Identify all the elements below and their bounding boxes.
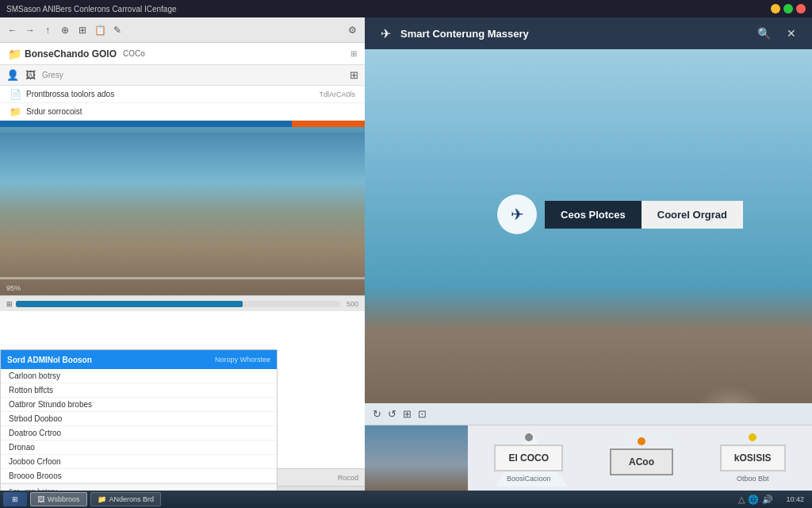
progress-meta: 500 <box>347 300 358 308</box>
settings-icon[interactable]: ⚙ <box>346 24 358 37</box>
photo-icon[interactable]: 🖼 <box>25 69 36 81</box>
left-panel-toolbar: ← → ↑ ⊕ ⊞ 📋 ✎ ⚙ <box>0 17 365 43</box>
list-item-4[interactable]: Doatroo Crtroo <box>1 426 277 441</box>
action-item-2: ACoo <box>610 437 673 479</box>
action-buttons-area: El COCO BoosiCacioon ACoo kOSlSIS Otboo … <box>468 425 812 491</box>
system-clock: 10:42 <box>781 495 809 503</box>
bp-icon-2[interactable]: ↺ <box>388 408 396 420</box>
list-item-text-6: Jooboo Crfoon <box>9 457 61 466</box>
list-item-1[interactable]: Rotton bffcts <box>1 383 277 398</box>
title-bar: SMSason ANlBers Conlerons Carroval ICenf… <box>0 0 812 17</box>
file-name-1: Prontbrossa toolors ados <box>26 90 314 98</box>
file-list-meta: Noropy Whorstee <box>215 356 270 364</box>
image-preview: 95% <box>0 121 365 295</box>
taskbar-icon-1: 🖼 <box>37 495 44 503</box>
bp-icon-3[interactable]: ⊞ <box>403 408 412 420</box>
preview-landscape <box>0 133 365 295</box>
coco-button[interactable]: El COCO <box>494 444 563 471</box>
file-meta-1: TdlArCA0ls <box>319 90 355 98</box>
list-item-7[interactable]: Broooo Brooos <box>1 469 277 483</box>
progress-track <box>16 301 340 307</box>
list-item-text-5: Dronao <box>9 443 35 452</box>
taskbar-label-2: ANderons Brd <box>109 495 155 503</box>
list-item-6[interactable]: Jooboo Crfoon <box>1 455 277 469</box>
hero-logo: ✈ <box>497 194 537 234</box>
copy-icon[interactable]: ⊞ <box>76 24 89 37</box>
folder-icon: 📁 <box>8 48 21 60</box>
window-controls <box>771 4 806 13</box>
bottom-panel-content: El COCO BoosiCacioon ACoo kOSlSIS Otboo … <box>365 425 812 491</box>
preview-horizon <box>0 277 365 279</box>
start-button[interactable]: ⊞ <box>3 492 27 506</box>
action-dot-3 <box>749 433 756 441</box>
hero-button-2[interactable]: Coorel Orgrad <box>642 201 743 229</box>
close-button[interactable] <box>796 4 806 13</box>
list-item-text-3: Strbod Dooboo <box>9 414 62 423</box>
address-bar: 📁 BonseChando GOlO COCo ⊞ <box>0 43 365 65</box>
nav-search-icon[interactable]: 🔍 <box>757 27 771 40</box>
up-icon[interactable]: ↑ <box>41 24 54 37</box>
list-item-text-4: Doatroo Crtroo <box>9 429 61 437</box>
thumbnail-preview <box>365 425 468 491</box>
notification-area: △ 🌐 🔊 <box>733 495 778 505</box>
progress-fill <box>16 301 243 307</box>
taskbar-app-2[interactable]: 📁 ANderons Brd <box>90 492 162 506</box>
folder-title: BonseChando GOlO <box>25 48 117 60</box>
list-item-5[interactable]: Dronao <box>1 441 277 455</box>
preview-bar-orange <box>292 121 365 127</box>
folder-sub: COCo <box>123 49 145 58</box>
bp-icon-4[interactable]: ⊡ <box>418 408 427 420</box>
preview-label: 95% <box>6 284 21 292</box>
rename-icon[interactable]: ✎ <box>111 24 124 37</box>
file-list-title: Sord ADMINol Booson <box>7 356 215 364</box>
status-meta: Rocod <box>338 474 358 482</box>
maximize-button[interactable] <box>783 4 793 13</box>
file-name-2: Srdur sorrocoist <box>26 107 355 116</box>
progress-bar-area: ⊞ 500 <box>0 295 365 311</box>
title-bar-text: SMSason ANlBers Conlerons Carroval ICenf… <box>6 5 177 13</box>
start-icon: ⊞ <box>12 495 18 503</box>
icon-bar: 👤 🖼 Gresy ⊞ <box>0 65 365 86</box>
list-item-text-0: Carloon botrsy <box>9 371 60 380</box>
bottom-toolbar: ↻ ↺ ⊞ ⊡ <box>365 403 812 425</box>
file-list-header: Sord ADMINol Booson Noropy Whorstee <box>1 350 277 369</box>
action-item-3: kOSlSIS Otboo Bbt <box>720 433 786 483</box>
sort-icon[interactable]: ⊞ <box>350 69 358 81</box>
file-icon-1: 📄 <box>10 89 21 100</box>
forward-icon[interactable]: → <box>24 24 36 37</box>
acoo-button[interactable]: ACoo <box>610 448 673 475</box>
view-toggle-icon[interactable]: ⊞ <box>350 49 357 58</box>
nav-plane-icon[interactable]: ✈ <box>381 26 391 41</box>
file-icon-2: 📁 <box>10 106 21 117</box>
paste-icon[interactable]: 📋 <box>94 24 106 37</box>
list-item-text-2: Oatbror Strundo brobes <box>9 400 92 409</box>
taskbar-app-1[interactable]: 🖼 Wsbbroos <box>30 492 87 506</box>
notify-icon-2[interactable]: 🌐 <box>748 495 759 505</box>
group-label: Gresy <box>42 71 343 79</box>
hero-button-1[interactable]: Ceos Plotces <box>545 201 642 229</box>
file-row-2[interactable]: 📁 Srdur sorrocoist <box>0 103 365 121</box>
kostsis-button[interactable]: kOSlSIS <box>720 444 786 471</box>
preview-image: 95% <box>0 121 365 295</box>
taskbar-label-1: Wsbbroos <box>48 495 80 503</box>
file-row-1[interactable]: 📄 Prontbrossa toolors ados TdlArCA0ls <box>0 86 365 103</box>
list-item-3[interactable]: Strbod Dooboo <box>1 412 277 426</box>
notify-icon-1[interactable]: △ <box>738 495 745 505</box>
nav-close-icon[interactable]: ✕ <box>787 27 796 40</box>
hero-navigation: ✈ Ceos Plotces Coorel Orgrad <box>428 190 812 238</box>
user-icon[interactable]: 👤 <box>6 69 19 81</box>
minimize-button[interactable] <box>771 4 780 13</box>
list-item-text-7: Broooo Brooos <box>9 471 62 480</box>
file-list-panel: Sord ADMINol Booson Noropy Whorstee Carl… <box>0 349 278 508</box>
notify-icon-3[interactable]: 🔊 <box>762 495 773 505</box>
action-dot-2 <box>638 437 645 445</box>
bottom-action-panel: ↻ ↺ ⊞ ⊡ El COCO BoosiCacioon ACoo kOSlSI… <box>365 403 812 491</box>
list-item-2[interactable]: Oatbror Strundo brobes <box>1 398 277 412</box>
preview-color-bar <box>0 121 365 127</box>
bp-icon-1[interactable]: ↻ <box>373 408 381 420</box>
new-folder-icon[interactable]: ⊕ <box>59 24 71 37</box>
back-icon[interactable]: ← <box>6 24 19 37</box>
taskbar: ⊞ 🖼 Wsbbroos 📁 ANderons Brd △ 🌐 🔊 10:42 <box>0 491 812 508</box>
progress-text: ⊞ <box>6 300 13 308</box>
list-item-0[interactable]: Carloon botrsy <box>1 369 277 383</box>
